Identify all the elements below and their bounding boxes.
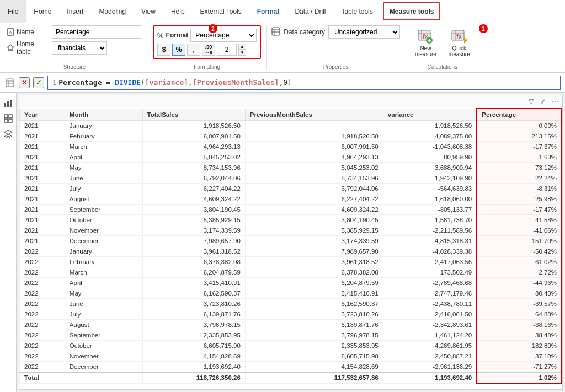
sidebar-grid-icon[interactable] bbox=[2, 112, 14, 125]
menu-help[interactable]: Help bbox=[163, 0, 193, 23]
table-cell: 2022 bbox=[20, 299, 65, 309]
table-cell: 2021 bbox=[20, 142, 65, 152]
properties-group: Data category Uncategorized Properties bbox=[269, 25, 406, 70]
table-cell: 0.00% bbox=[477, 121, 562, 131]
table-cell: 3,723,810.26 bbox=[245, 309, 383, 320]
formula-confirm-button[interactable]: ✓ bbox=[33, 77, 44, 88]
table-cell: November bbox=[65, 351, 142, 362]
table-cell: -1,618,060.00 bbox=[383, 194, 477, 205]
table-cell: 8,734,153.96 bbox=[142, 163, 245, 173]
table-cell: 6,204,879.59 bbox=[142, 267, 245, 278]
sidebar-layers-icon[interactable] bbox=[2, 128, 14, 140]
formula-close-button[interactable]: ✕ bbox=[19, 77, 30, 88]
table-cell: 4,815,318.31 bbox=[383, 236, 477, 246]
table-cell: 3,688,900.94 bbox=[383, 163, 477, 173]
table-cell: 6,007,901.50 bbox=[142, 131, 245, 142]
table-cell: 3,804,190.45 bbox=[245, 215, 383, 225]
home-table-select[interactable]: financials bbox=[52, 41, 107, 55]
table-cell: December bbox=[65, 236, 142, 246]
total-percentage: 1.02% bbox=[477, 372, 562, 383]
menu-table-tools[interactable]: Table tools bbox=[333, 0, 380, 23]
more-options-icon[interactable]: ⋯ bbox=[550, 96, 560, 106]
menu-modeling[interactable]: Modeling bbox=[91, 0, 134, 23]
table-cell: -1,043,608.38 bbox=[383, 142, 477, 152]
table-cell: 5,045,253.02 bbox=[245, 163, 383, 173]
decimal-input[interactable] bbox=[217, 44, 237, 56]
table-cell: 4,269,861.95 bbox=[383, 341, 477, 351]
table-cell: 6,227,404.22 bbox=[142, 184, 245, 194]
menu-view[interactable]: View bbox=[134, 0, 163, 23]
table-cell: -38.16% bbox=[477, 320, 562, 330]
comma-button[interactable]: , bbox=[187, 44, 200, 56]
new-measure-button[interactable]: fx Newmeasure bbox=[411, 25, 441, 60]
table-cell: 6,162,590.37 bbox=[245, 299, 383, 309]
menu-file[interactable]: File bbox=[0, 0, 26, 23]
table-row: 2022January3,961,318.527,989,657.90-4,02… bbox=[20, 246, 562, 257]
formatting-badge: 2 bbox=[209, 24, 217, 33]
data-category-select[interactable]: Uncategorized bbox=[328, 25, 400, 39]
table-cell: 80,959.90 bbox=[383, 152, 477, 163]
format-box: % Format Percentage $ % , .00→8 ▲ ▼ bbox=[153, 25, 261, 59]
menu-external-tools[interactable]: External Tools bbox=[193, 0, 249, 23]
table-cell: -71.27% bbox=[477, 362, 562, 373]
quick-measure-button[interactable]: fx Quickmeasure bbox=[444, 25, 475, 60]
table-cell: 2022 bbox=[20, 257, 65, 267]
table-cell: 80.43% bbox=[477, 288, 562, 299]
table-cell: April bbox=[65, 278, 142, 288]
filter-icon[interactable]: ▽ bbox=[526, 96, 536, 106]
table-row: 2021April5,045,253.024,964,293.1380,959.… bbox=[20, 152, 562, 163]
name-input[interactable] bbox=[52, 25, 142, 39]
table-row: 2021September3,804,190.454,609,324.22-80… bbox=[20, 205, 562, 215]
table-cell: -1,942,109.90 bbox=[383, 173, 477, 184]
table-row: 2021May8,734,153.965,045,253.023,688,900… bbox=[20, 163, 562, 173]
menu-insert[interactable]: Insert bbox=[59, 0, 91, 23]
table-row: 2021August4,609,324.226,227,404.22-1,618… bbox=[20, 194, 562, 205]
table-cell: June bbox=[65, 299, 142, 309]
expand-icon[interactable]: ⤢ bbox=[538, 96, 548, 106]
sidebar-chart-icon[interactable] bbox=[2, 97, 14, 109]
table-cell: October bbox=[65, 215, 142, 225]
table-cell: 6,139,871.76 bbox=[245, 320, 383, 330]
total-row: Total 118,726,350.26 117,532,657.86 1,19… bbox=[20, 372, 562, 383]
table-cell: -25.98% bbox=[477, 194, 562, 205]
table-cell: -37.10% bbox=[477, 351, 562, 362]
menu-format[interactable]: Format bbox=[249, 0, 287, 23]
table-cell: 61.02% bbox=[477, 257, 562, 267]
percent-button[interactable]: % bbox=[172, 44, 185, 56]
svg-rect-2 bbox=[272, 28, 280, 35]
table-cell: 2022 bbox=[20, 341, 65, 351]
table-cell: -2,450,887.21 bbox=[383, 351, 477, 362]
menu-data-drill[interactable]: Data / Drill bbox=[287, 0, 333, 23]
decimal-decrement[interactable]: ▼ bbox=[238, 50, 246, 56]
decimal-increment[interactable]: ▲ bbox=[238, 44, 246, 50]
table-cell: 2021 bbox=[20, 205, 65, 215]
table-cell: 5,385,929.15 bbox=[142, 215, 245, 225]
table-cell: 3,415,410.91 bbox=[142, 278, 245, 288]
decimal-more-button[interactable]: .00→8 bbox=[202, 44, 215, 56]
table-cell: 2021 bbox=[20, 131, 65, 142]
ribbon: A Name Home table financials Structure 2 bbox=[0, 23, 565, 73]
table-cell: 1,581,738.70 bbox=[383, 215, 477, 225]
table-cell: 3,723,810.26 bbox=[142, 299, 245, 309]
format-label[interactable]: Format bbox=[166, 31, 189, 39]
dollar-button[interactable]: $ bbox=[157, 44, 170, 56]
menu-measure-tools[interactable]: Measure tools bbox=[383, 2, 441, 20]
svg-rect-18 bbox=[6, 79, 14, 87]
total-prev-month: 117,532,657.86 bbox=[245, 372, 383, 383]
table-cell: September bbox=[65, 330, 142, 341]
table-cell: 7,989,657.90 bbox=[142, 236, 245, 246]
col-percentage: Percentage bbox=[477, 109, 562, 121]
table-cell: -39.57% bbox=[477, 299, 562, 309]
svg-rect-22 bbox=[4, 103, 6, 107]
decimal-stepper: ▲ ▼ bbox=[238, 44, 246, 56]
format-select[interactable]: Percentage bbox=[190, 29, 257, 42]
name-icon: A bbox=[7, 28, 14, 36]
menu-home[interactable]: Home bbox=[26, 0, 59, 23]
table-cell: -805,133.77 bbox=[383, 205, 477, 215]
formula-input[interactable]: 1 Percentage = DIVIDE([variance],[Previo… bbox=[47, 76, 561, 90]
table-cell: -2,211,589.56 bbox=[383, 225, 477, 236]
table-toolbar: ▽ ⤢ ⋯ bbox=[19, 95, 562, 108]
table-cell: -8.31% bbox=[477, 184, 562, 194]
table-row: 2022September2,335,853.953,796,978.15-1,… bbox=[20, 330, 562, 341]
home-table-row: Home table financials bbox=[7, 40, 142, 56]
